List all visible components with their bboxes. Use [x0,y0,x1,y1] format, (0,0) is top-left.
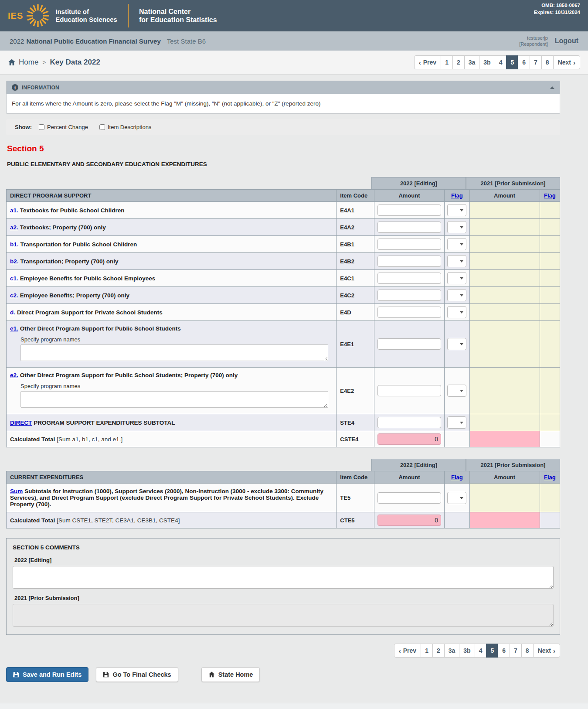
comments-2022-textarea[interactable] [13,566,554,589]
direct-program-support-table: DIRECT PROGRAM SUPPORT Item Code Amount … [6,189,560,447]
app-header: IES Institute of Education Sciences Nati… [0,0,588,31]
prior-amount-cell [469,414,540,431]
comments-title: SECTION 5 COMMENTS [13,544,554,551]
page-button-6[interactable]: 6 [498,644,510,658]
prior-calculated-amount-cell [469,431,540,447]
page-button-2[interactable]: 2 [432,644,445,658]
table-row-te5: SumSubtotals for Instruction (1000), Sup… [7,484,560,512]
item-link-b2[interactable]: b2. [10,258,19,265]
amount-input-2022-ste4[interactable] [377,417,441,428]
flag-select-2022-e4d[interactable] [447,306,466,318]
section-title: Section 5 [7,144,560,153]
item-link-e2[interactable]: e2. [10,372,18,378]
flag-select-2022-te5[interactable] [447,492,466,504]
table-row-e4b2: b2.Transportation; Property (700) only E… [7,253,560,270]
information-panel: i INFORMATION For all items where the Am… [6,81,560,114]
flag-select-2022-e4b2[interactable] [447,255,466,267]
flag-2021-header-link[interactable]: Flag [544,192,556,199]
flag-2022-header-link[interactable]: Flag [451,192,463,199]
prior-flag-cell [540,414,560,431]
calculated-total-2022-cste4[interactable] [377,433,441,445]
calculated-total-2022-cte5[interactable] [377,515,441,526]
page-button-8[interactable]: 8 [541,55,554,69]
page-button-1[interactable]: 1 [441,55,453,69]
prior-amount-cell [469,236,540,253]
prior-flag-cell [540,368,560,414]
amount-input-2022-e4e1[interactable] [377,338,441,350]
item-descriptions-option: Item Descriptions [99,124,151,130]
page-button-7[interactable]: 7 [510,644,522,658]
breadcrumb-separator: > [42,59,46,66]
amount-input-2022-e4d[interactable] [377,307,441,318]
flag-2022-header-link[interactable]: Flag [451,474,463,481]
table1-title: DIRECT PROGRAM SUPPORT [7,190,336,202]
user-role: [Respondent] [519,41,547,47]
amount-input-2022-e4b2[interactable] [377,256,441,267]
calculated-total-row-cte5: Calculated Total[Sum CSTE1, STE2T, CE3A1… [7,512,560,528]
flag-select-2022-e4b1[interactable] [447,238,466,250]
specify-program-names-label: Specify program names [20,336,333,343]
go-to-final-checks-button[interactable]: Go To Final Checks [96,667,178,682]
prev-button[interactable]: ‹Prev [394,644,421,658]
page-button-3b[interactable]: 3b [479,55,495,69]
item-link-d[interactable]: d. [10,309,15,316]
prior-amount-cell [469,287,540,304]
amount-input-2022-e4c2[interactable] [377,290,441,301]
flag-select-2022-e4c1[interactable] [447,272,466,284]
item-link-c1[interactable]: c1. [10,275,18,282]
chevron-left-icon: ‹ [399,648,401,654]
prior-flag-cell [540,304,560,321]
page-button-7[interactable]: 7 [530,55,542,69]
item-link-a1[interactable]: a1. [10,207,18,214]
amount-input-2022-e4c1[interactable] [377,273,441,284]
flag-select-2022-e4a1[interactable] [447,204,466,216]
collapse-icon[interactable] [550,86,554,89]
page-button-3b[interactable]: 3b [459,644,475,658]
amount-input-2022-e4b1[interactable] [377,239,441,250]
next-button[interactable]: Next› [533,644,560,658]
page-button-5-active[interactable]: 5 [486,644,498,658]
prev-button[interactable]: ‹Prev [414,55,441,69]
page-button-1[interactable]: 1 [421,644,433,658]
amount-input-2022-e4a2[interactable] [377,222,441,233]
survey-title: National Public Education Financial Surv… [26,37,160,45]
page-button-2[interactable]: 2 [452,55,465,69]
breadcrumb-home-link[interactable]: Home [8,58,38,67]
flag-select-2022-e4c2[interactable] [447,289,466,301]
page-button-3a[interactable]: 3a [444,644,460,658]
ies-sunburst-icon [26,3,50,28]
item-descriptions-checkbox[interactable] [99,124,105,130]
page-button-5-active[interactable]: 5 [506,55,518,69]
flag-select-2022-e4a2[interactable] [447,221,466,233]
state-home-button[interactable]: State Home [201,667,260,682]
table-row-e4c1: c1.Employee Benefits for Public School E… [7,270,560,287]
flag-select-2022-e4e2[interactable] [447,385,466,397]
item-link-e1[interactable]: e1. [10,325,18,332]
flag-select-2022-e4e1[interactable] [447,338,466,350]
save-and-run-edits-button[interactable]: Save and Run Edits [6,667,88,682]
page-button-8[interactable]: 8 [521,644,534,658]
specify-program-names-textarea-e4e1[interactable] [20,344,328,361]
next-button[interactable]: Next› [553,55,580,69]
amount-input-2022-e4e2[interactable] [377,385,441,396]
show-options-bar: Show: Percent Change Item Descriptions [6,119,560,135]
center-name: National Center for Education Statistics [139,7,217,24]
flag-select-2022-ste4[interactable] [447,416,466,429]
page-button-4[interactable]: 4 [475,644,487,658]
page-button-6[interactable]: 6 [518,55,530,69]
specify-program-names-textarea-e4e2[interactable] [20,391,328,408]
logout-button[interactable]: Logout [555,37,578,45]
percent-change-checkbox[interactable] [39,124,44,130]
chevron-right-icon: › [553,648,555,654]
item-link-b1[interactable]: b1. [10,241,19,248]
page-button-3a[interactable]: 3a [464,55,480,69]
prior-amount-cell [469,321,540,368]
item-link-a2[interactable]: a2. [10,224,18,231]
flag-2021-header-link[interactable]: Flag [544,474,556,481]
subtotal-link[interactable]: DIRECT [10,419,32,426]
amount-input-2022-e4a1[interactable] [377,205,441,216]
item-link-c2[interactable]: c2. [10,292,18,299]
sum-link[interactable]: Sum [10,488,23,494]
page-button-4[interactable]: 4 [495,55,507,69]
amount-input-2022-te5[interactable] [377,492,441,504]
